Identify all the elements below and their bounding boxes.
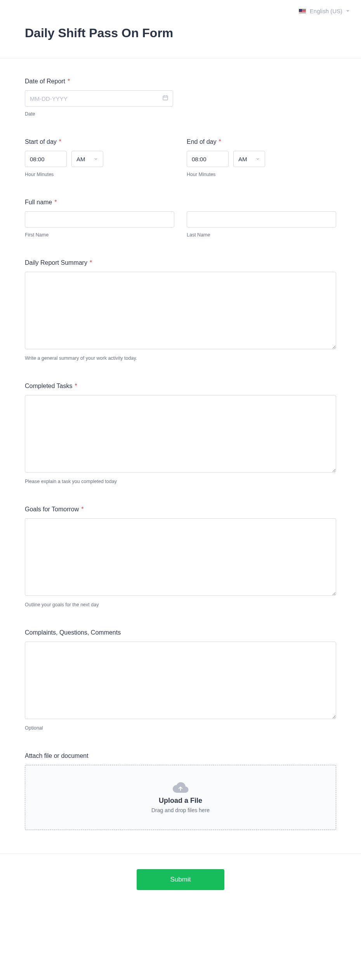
completed-sublabel: Please explain a task you completed toda… <box>25 479 336 484</box>
fullname-label: Full name* <box>25 199 336 206</box>
date-sublabel: Date <box>25 111 336 117</box>
submit-button[interactable]: Submit <box>137 869 224 890</box>
summary-textarea[interactable] <box>25 272 336 349</box>
page-title: Daily Shift Pass On Form <box>25 26 336 40</box>
comments-textarea[interactable] <box>25 642 336 719</box>
chevron-down-icon <box>94 157 98 161</box>
start-meridiem-select[interactable]: AM <box>71 151 103 167</box>
end-meridiem-select[interactable]: AM <box>233 151 265 167</box>
start-label: Start of day* <box>25 138 174 145</box>
calendar-icon <box>162 95 168 102</box>
date-label: Date of Report* <box>25 78 336 85</box>
chevron-down-icon <box>346 10 349 12</box>
end-label: End of day* <box>187 138 336 145</box>
cloud-upload-icon <box>172 782 189 794</box>
language-selector[interactable]: English (US) <box>299 8 349 14</box>
upload-title: Upload a File <box>159 797 202 805</box>
completed-label: Completed Tasks* <box>25 383 336 390</box>
goals-textarea[interactable] <box>25 518 336 596</box>
completed-textarea[interactable] <box>25 395 336 473</box>
us-flag-icon <box>299 9 306 14</box>
chevron-down-icon <box>255 157 260 161</box>
goals-label: Goals for Tomorrow* <box>25 506 336 513</box>
comments-label: Complaints, Questions, Comments <box>25 629 336 636</box>
first-name-sublabel: First Name <box>25 232 174 238</box>
file-dropzone[interactable]: Upload a File Drag and drop files here <box>25 765 336 830</box>
end-time-input[interactable] <box>187 151 229 167</box>
summary-sublabel: Write a general summary of your work act… <box>25 355 336 361</box>
end-sublabel: Hour Minutes <box>187 172 336 177</box>
upload-subtitle: Drag and drop files here <box>151 807 210 813</box>
last-name-input[interactable] <box>187 211 336 228</box>
comments-sublabel: Optional <box>25 725 336 731</box>
last-name-sublabel: Last Name <box>187 232 336 238</box>
first-name-input[interactable] <box>25 211 174 228</box>
date-input[interactable] <box>25 90 173 107</box>
svg-rect-0 <box>163 96 168 100</box>
goals-sublabel: Outline your goals for the next day <box>25 602 336 607</box>
summary-label: Daily Report Summary* <box>25 259 336 266</box>
attach-label: Attach file or document <box>25 752 336 759</box>
start-time-input[interactable] <box>25 151 67 167</box>
language-label: English (US) <box>310 8 342 14</box>
start-sublabel: Hour Minutes <box>25 172 174 177</box>
